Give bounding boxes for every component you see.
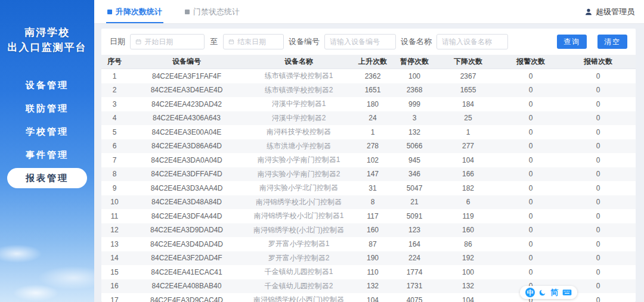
device-no-input[interactable] — [324, 34, 396, 49]
tab-label: 升降次数统计 — [116, 7, 162, 17]
table-cell: 123 — [394, 226, 435, 234]
date-range-separator: 至 — [210, 36, 218, 47]
table-cell: 0 — [501, 226, 561, 234]
table-cell: 0 — [501, 240, 561, 248]
table-cell: 84C2E4EA3D48A84D — [128, 198, 246, 206]
app-root: 南浔学校 出入口监测平台 设备管理 联防管理 学校管理 事件管理 报表管理 升降… — [0, 0, 644, 302]
search-button[interactable]: 查询 — [557, 35, 587, 49]
table-cell: 浔溪中学控制器1 — [246, 99, 352, 109]
device-name-field[interactable] — [442, 38, 503, 46]
table-cell: 1651 — [352, 86, 394, 94]
table-cell: 16 — [101, 282, 128, 290]
table-cell: 132 — [435, 282, 501, 290]
table-cell: 0 — [561, 212, 636, 220]
ime-language-button[interactable]: 中 — [525, 288, 535, 297]
table-row: 1584C2E4EA41ECAC41千金镇幼儿园控制器1110177410000 — [101, 265, 636, 279]
table-cell: 南浔锦绣学校(小西门)控制器 — [246, 295, 352, 302]
table-cell: 346 — [394, 170, 435, 178]
app-title-line1: 南浔学校 — [0, 25, 94, 40]
table-cell: 132 — [352, 282, 394, 290]
sidebar-item-joint-defense-management[interactable]: 联防管理 — [7, 98, 87, 119]
table-cell: 0 — [561, 198, 636, 206]
table-body: 184C2E4EA3F1FAF4F练市镇强学校控制器12362100236700… — [101, 69, 636, 302]
column-header-down-count: 下降次数 — [435, 57, 501, 67]
table-cell: 21 — [394, 198, 435, 206]
table-cell: 100 — [394, 72, 435, 80]
table-row: 884C2E4EA3DFFAF4D南浔实验小学南门控制器214734616600 — [101, 167, 636, 182]
table-row: 1284C2E4EA3D9DAD4D南浔锦绣学校(小北门)控制器16012316… — [101, 223, 636, 238]
table-cell: 1 — [101, 72, 128, 80]
table-cell: 0 — [561, 128, 636, 136]
table-cell: 0 — [561, 226, 636, 234]
table-cell: 9 — [101, 184, 128, 192]
table-cell: 南浔实验小学北门控制器 — [246, 183, 352, 193]
column-header-pause-count: 暂停次数 — [394, 57, 435, 67]
ime-toolbar[interactable]: 中 简 — [520, 286, 577, 299]
table-cell: 南浔锦绣学校小北门控制器1 — [246, 211, 352, 221]
crescent-moon-icon[interactable] — [539, 289, 546, 296]
device-no-label: 设备编号 — [289, 36, 320, 47]
table-cell: 0 — [561, 254, 636, 262]
end-date-input[interactable] — [223, 34, 284, 49]
table-cell: 0 — [501, 72, 561, 80]
table-cell: 84C2E4EA423DAD42 — [128, 100, 246, 108]
table-cell: 12 — [101, 226, 128, 234]
table-cell: 4075 — [394, 296, 435, 302]
table-cell: 5047 — [394, 184, 435, 192]
table-cell: 练市镇强学校控制器1 — [246, 71, 352, 81]
table-cell: 277 — [435, 142, 501, 150]
table-header: 序号 设备编号 设备名称 上升次数 暂停次数 下降次数 报警次数 报错次数 — [101, 55, 636, 69]
table-cell: 0 — [561, 114, 636, 122]
table-cell: 192 — [435, 254, 501, 262]
table-cell: 84C2E4EA3F2DAD4F — [128, 254, 246, 262]
end-date-field[interactable] — [237, 38, 278, 46]
clear-button[interactable]: 清空 — [597, 35, 627, 49]
sidebar-menu: 设备管理 联防管理 学校管理 事件管理 报表管理 — [0, 75, 94, 188]
start-date-input[interactable] — [130, 34, 205, 49]
sidebar: 南浔学校 出入口监测平台 设备管理 联防管理 学校管理 事件管理 报表管理 — [0, 0, 94, 302]
table-cell: 132 — [394, 128, 435, 136]
table-cell: 0 — [561, 268, 636, 276]
device-name-input[interactable] — [436, 34, 508, 49]
table-cell: 南浔科技学校控制器 — [246, 127, 352, 137]
table-cell: 84C2E4EA3D9CAC4D — [128, 296, 246, 302]
table-cell: 999 — [394, 100, 435, 108]
table-cell: 练市洪塘小学控制器 — [246, 141, 352, 151]
start-date-field[interactable] — [144, 38, 199, 46]
sidebar-item-school-management[interactable]: 学校管理 — [7, 122, 87, 142]
table-cell: 190 — [352, 254, 394, 262]
column-header-device-name: 设备名称 — [246, 57, 352, 67]
table-cell: 104 — [435, 156, 501, 164]
date-label: 日期 — [110, 36, 125, 47]
table-cell: 罗开富小学控制器1 — [246, 239, 352, 249]
table-cell: 110 — [352, 268, 394, 276]
table-cell: 0 — [501, 198, 561, 206]
keyboard-icon[interactable] — [562, 289, 572, 296]
sidebar-item-device-management[interactable]: 设备管理 — [7, 75, 87, 95]
tab-lift-count-stats[interactable]: 升降次数统计 — [107, 0, 162, 23]
table-cell: 1731 — [394, 282, 435, 290]
table-row: 1384C2E4EA3D4DAD4D罗开富小学控制器1871648600 — [101, 237, 636, 251]
table-cell: 17 — [101, 296, 128, 302]
table-cell: 278 — [352, 142, 394, 150]
user-menu[interactable]: 超级管理员 — [584, 0, 634, 24]
table-cell: 8 — [352, 198, 394, 206]
user-name: 超级管理员 — [596, 7, 634, 17]
table-cell: 184 — [435, 100, 501, 108]
table-cell: 164 — [394, 240, 435, 248]
sidebar-item-event-management[interactable]: 事件管理 — [7, 145, 87, 165]
table-cell: 0 — [561, 156, 636, 164]
table-cell: 24 — [352, 114, 394, 122]
table-cell: 0 — [501, 254, 561, 262]
ime-simplified-button[interactable]: 简 — [550, 287, 558, 298]
sidebar-item-report-management[interactable]: 报表管理 — [7, 168, 87, 188]
table-cell: 5066 — [394, 142, 435, 150]
table-cell: 147 — [352, 170, 394, 178]
table-row: 1184C2E4EA3DF4A44D南浔锦绣学校小北门控制器1117509111… — [101, 209, 636, 223]
table-cell: 0 — [501, 212, 561, 220]
device-no-field[interactable] — [330, 38, 391, 46]
tab-access-status-stats[interactable]: 门禁状态统计 — [185, 0, 240, 23]
calendar-icon — [228, 38, 234, 45]
table-cell: 4 — [101, 114, 128, 122]
table-cell: 1 — [435, 128, 501, 136]
